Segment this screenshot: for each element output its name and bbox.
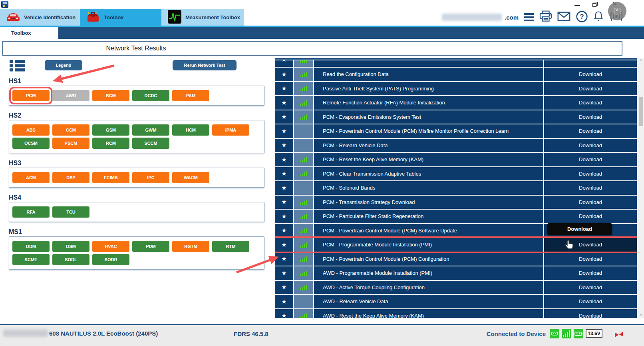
module-button-tcu[interactable]: TCU [52,206,89,218]
favorite-star-icon[interactable]: ★ [275,266,293,280]
favorite-star-icon[interactable]: ★ [275,281,293,294]
test-row[interactable]: ★AWD - Programmable Module Installation … [275,266,637,280]
test-row[interactable]: ★PCM - Powertrain Control Module (PCM) S… [275,224,637,238]
module-button-pdm[interactable]: PDM [132,241,169,252]
favorite-star-icon[interactable]: ★ [275,224,293,238]
module-button-acm[interactable]: ACM [12,172,50,183]
test-row[interactable]: ★PCM - Powertrain Control Module (PCM) M… [275,124,637,138]
download-button[interactable]: Download [544,266,637,280]
module-button-scme[interactable]: SCME [12,254,50,265]
scroll-up-icon[interactable]: ⌃ [638,59,644,65]
module-button-sodl[interactable]: SODL [52,254,89,265]
module-button-pam[interactable]: PAM [172,90,209,101]
module-button-gsm[interactable]: GSM [92,124,129,136]
download-button[interactable]: Download [544,139,637,152]
help-icon[interactable]: ? [576,10,588,24]
test-row[interactable]: ★AWD - Reset the Keep Alive Memory (KAM)… [275,309,637,318]
test-row[interactable]: ★PCM - Particulate Filter Static Regener… [275,210,637,223]
test-row[interactable]: ★Remote Function Actuator (RFA) Module I… [275,96,637,110]
subnav-tab-toolbox[interactable]: Toolbox [0,27,58,39]
download-button[interactable]: Download [544,181,637,195]
module-button-hcm[interactable]: HCM [172,124,209,136]
tab-vehicle-identification[interactable]: Vehicle Identification [0,9,80,26]
test-row[interactable]: ★PCM - Relearn Vehicle DataDownload [275,139,637,152]
module-button-dcdc[interactable]: DCDC [132,90,169,101]
favorite-star-icon[interactable]: ★ [275,196,293,209]
test-row[interactable]: ★PCM - Solenoid BandsDownload [275,181,637,195]
module-button-ccm[interactable]: CCM [52,124,89,136]
mail-icon[interactable] [557,12,570,23]
rerun-network-test-button[interactable]: Rerun Network Test [173,60,237,70]
favorite-star-icon[interactable]: ★ [275,96,293,110]
favorite-star-icon[interactable]: ★ [275,210,293,223]
test-row[interactable]: ★PCM - Reset the Keep Alive Memory (KAM)… [275,153,637,166]
module-button-pcm[interactable]: PCM [12,90,50,101]
module-button-awd[interactable]: AWD [52,90,89,101]
module-button-rtm[interactable]: RTM [212,241,249,252]
favorite-star-icon[interactable]: ★ [275,82,293,96]
test-row[interactable]: ★PCM - Powertrain Control Module (PCM) C… [275,252,637,266]
module-button-rcm[interactable]: RCM [92,138,129,149]
table-scrollbar[interactable]: ⌃ ⌄ [638,58,644,318]
favorite-star-icon[interactable]: ★ [275,68,293,81]
scrollbar-thumb[interactable] [639,97,643,126]
module-button-ddm[interactable]: DDM [12,241,50,252]
restore-icon[interactable] [592,2,598,7]
favorite-star-icon[interactable]: ★ [275,252,293,266]
module-button-dsp[interactable]: DSP [52,172,89,183]
download-button[interactable]: Download [544,96,637,110]
test-row[interactable]: ★PCM - Clear Transmission Adaptive Table… [275,167,637,181]
test-row[interactable]: ★AWD - Relearn Vehicle DataDownload [275,295,637,308]
module-button-hvac[interactable]: HVAC [92,241,129,252]
module-button-dsm[interactable]: DSM [52,241,89,252]
printer-icon[interactable] [539,10,552,24]
test-row[interactable]: ★AWD - Active Torque Coupling Configurat… [275,281,637,294]
module-button-rfa[interactable]: RFA [12,206,50,218]
bell-icon[interactable] [593,10,604,24]
download-button[interactable]: Download [544,68,637,81]
favorite-star-icon[interactable]: ★ [275,295,293,308]
test-row[interactable]: ★PCM - Transmission Strategy DownloadDow… [275,196,637,209]
download-button[interactable]: Download [544,295,637,308]
download-button[interactable]: Download [544,252,637,266]
module-button-ipc[interactable]: IPC [132,172,169,183]
favorite-star-icon[interactable]: ★ [275,124,293,138]
download-button[interactable]: Download [544,281,637,294]
test-row[interactable]: ★Read the Configuration DataDownload [275,68,637,81]
module-button-rgtm[interactable]: RGTM [172,241,209,252]
favorite-star-icon[interactable]: ★ [275,238,293,252]
module-button-wacm[interactable]: WACM [172,172,209,183]
download-button[interactable]: Download [544,167,637,181]
module-button-sodr[interactable]: SODR [92,254,129,265]
scroll-down-icon[interactable]: ⌄ [638,311,644,318]
test-row[interactable]: ★Passive Anti-Theft System (PATS) Progra… [275,82,637,96]
favorite-star-icon[interactable]: ★ [275,139,293,152]
download-button[interactable]: Download [544,82,637,96]
tab-toolbox[interactable]: Toolbox [80,9,161,26]
download-button[interactable]: DownloadDownload [544,224,637,238]
test-row[interactable]: ★PCM - Programmable Module Installation … [275,238,637,252]
module-button-ocsm[interactable]: OCSM [12,138,50,149]
download-button[interactable]: Download [544,153,637,166]
legend-button[interactable]: Legend [45,60,82,70]
module-button-ipma[interactable]: IPMA [212,124,249,136]
module-button-gwm[interactable]: GWM [132,124,169,136]
test-row[interactable]: ★PCM - Evaporative Emissions System Test… [275,110,637,124]
download-button[interactable]: Download [544,238,637,252]
favorite-star-icon[interactable]: ★ [275,110,293,124]
download-button[interactable]: Download [544,124,637,138]
favorite-star-icon[interactable]: ★ [275,309,293,318]
list-view-icon[interactable] [10,60,26,72]
download-button[interactable]: Download [544,110,637,124]
favorite-star-icon[interactable]: ★ [275,167,293,181]
tab-measurement-toolbox[interactable]: Measurement Toolbox [161,9,244,26]
module-button-bcm[interactable]: BCM [92,90,129,101]
download-button[interactable]: Download [544,309,637,318]
download-button[interactable]: Download [544,210,637,223]
module-button-sccm[interactable]: SCCM [132,138,169,149]
module-button-abs[interactable]: ABS [12,124,50,136]
module-button-pscm[interactable]: PSCM [52,138,89,149]
minimize-icon[interactable] [574,5,580,6]
menu-icon[interactable] [524,13,534,22]
favorite-star-icon[interactable]: ★ [275,153,293,166]
